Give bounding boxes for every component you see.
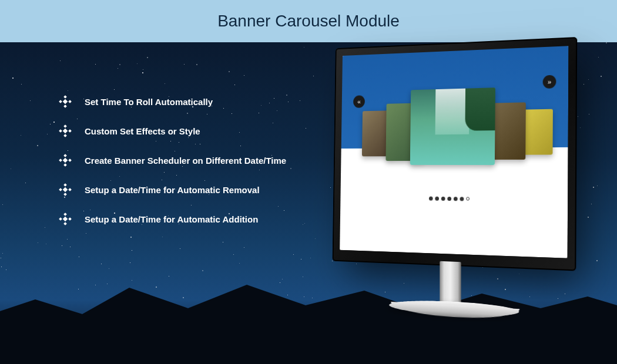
page-title: Banner Carousel Module — [217, 12, 400, 31]
diamond-bullet-icon — [59, 124, 72, 137]
svg-rect-21 — [59, 217, 62, 221]
svg-rect-9 — [63, 129, 68, 133]
svg-rect-24 — [63, 217, 68, 221]
svg-rect-4 — [63, 99, 68, 104]
svg-rect-11 — [59, 159, 62, 162]
hero-section: Set Time To Roll AutomaticallyCustom Set… — [0, 42, 617, 364]
carousel-dot[interactable] — [460, 197, 464, 201]
carousel-dot[interactable] — [435, 197, 439, 201]
feature-label: Set Time To Roll Automatically — [85, 97, 213, 107]
carousel-banner-area: « » — [341, 46, 569, 149]
feature-item: Create Banner Scheduler on Different Dat… — [59, 154, 286, 167]
carousel-slide[interactable] — [487, 102, 526, 160]
feature-label: Create Banner Scheduler on Different Dat… — [85, 156, 286, 166]
svg-rect-3 — [63, 105, 67, 108]
monitor-screen: « » — [340, 46, 568, 258]
carousel-slide[interactable] — [519, 109, 553, 155]
carousel-dot[interactable] — [441, 197, 445, 201]
svg-rect-6 — [59, 129, 62, 133]
feature-item: Set Time To Roll Automatically — [59, 95, 286, 108]
feature-label: Custom Set Effects or Style — [85, 126, 200, 136]
feature-item: Custom Set Effects or Style — [59, 124, 286, 137]
diamond-bullet-icon — [59, 154, 72, 167]
svg-rect-10 — [63, 154, 67, 157]
svg-rect-2 — [68, 100, 72, 103]
svg-rect-16 — [59, 188, 62, 191]
diamond-bullet-icon — [59, 213, 72, 225]
svg-rect-23 — [63, 222, 67, 225]
svg-rect-17 — [68, 188, 72, 191]
carousel-dot[interactable] — [429, 197, 433, 201]
svg-rect-22 — [68, 217, 72, 221]
carousel-next-button[interactable]: » — [543, 75, 556, 89]
feature-label: Setup a Date/Time for Automatic Removal — [85, 185, 260, 195]
svg-rect-15 — [63, 183, 67, 187]
svg-rect-5 — [63, 124, 67, 128]
svg-rect-7 — [68, 129, 72, 133]
svg-rect-20 — [63, 213, 67, 216]
svg-rect-14 — [63, 158, 68, 163]
svg-rect-13 — [63, 163, 67, 167]
carousel-slide-active[interactable] — [410, 87, 495, 165]
carousel-slides — [341, 83, 568, 168]
feature-item: Setup a Date/Time for Automatic Removal — [59, 183, 286, 196]
svg-rect-18 — [63, 193, 67, 196]
svg-rect-12 — [68, 159, 72, 162]
carousel-dot[interactable] — [466, 197, 470, 200]
carousel-pagination — [340, 196, 568, 203]
diamond-bullet-icon — [59, 95, 72, 108]
feature-label: Setup a Date/Time for Automatic Addition — [85, 214, 258, 224]
feature-list: Set Time To Roll AutomaticallyCustom Set… — [59, 95, 286, 242]
svg-rect-19 — [63, 187, 68, 192]
diamond-bullet-icon — [59, 183, 72, 196]
svg-rect-8 — [63, 134, 67, 137]
feature-item: Setup a Date/Time for Automatic Addition — [59, 213, 286, 225]
monitor-mockup: « » — [317, 31, 599, 359]
monitor-stand-neck — [440, 261, 461, 303]
svg-rect-1 — [59, 100, 62, 103]
svg-rect-0 — [63, 95, 67, 99]
